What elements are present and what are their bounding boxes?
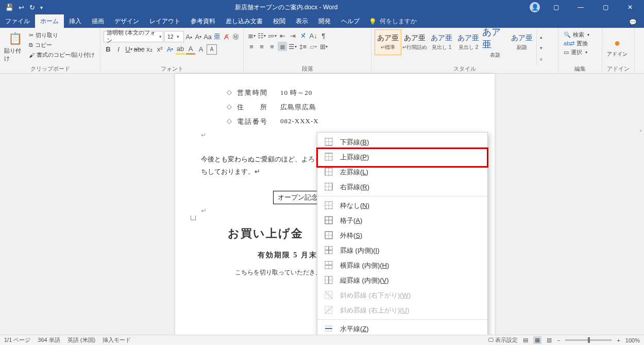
border-menu-hr[interactable]: 水平線(Z) <box>317 321 487 336</box>
tell-me-search[interactable]: 💡 何をしますか <box>369 17 417 28</box>
superscript-button[interactable]: x² <box>155 45 164 54</box>
tab-差し込み文書[interactable]: 差し込み文書 <box>221 14 268 28</box>
change-case-icon[interactable]: Aa <box>204 32 212 41</box>
cut-button[interactable]: ✂切り取り <box>27 31 97 40</box>
paste-button[interactable]: 📋 貼り付け <box>3 29 27 65</box>
line-spacing-icon[interactable]: ‡≡ <box>298 42 308 51</box>
shrink-font-icon[interactable]: A▾ <box>194 32 202 41</box>
show-marks-icon[interactable]: ¶ <box>319 31 328 40</box>
align-center-icon[interactable]: ≡ <box>257 42 266 51</box>
status-insert-mode[interactable]: 挿入モード <box>103 336 131 344</box>
status-language[interactable]: 英語 (米国) <box>67 336 95 344</box>
qat-more-icon[interactable]: ▾ <box>40 5 43 10</box>
border-menu-top[interactable]: 上罫線(P) <box>317 150 487 165</box>
strikethrough-button[interactable]: abc <box>134 45 144 54</box>
tab-参考資料[interactable]: 参考資料 <box>185 14 221 28</box>
sort-icon[interactable]: A↓ <box>309 31 318 40</box>
zoom-in-icon[interactable]: + <box>617 337 620 343</box>
monitor-icon: 🖵 <box>488 337 494 343</box>
collapse-ribbon-icon[interactable]: ˄ <box>639 129 642 135</box>
addin-button[interactable]: ● アドイン <box>605 29 629 65</box>
border-menu-in[interactable]: 罫線 (内側)(I) <box>317 243 487 258</box>
justify-icon[interactable]: ≣ <box>278 42 287 51</box>
border-menu-out[interactable]: 外枠(S) <box>317 228 487 243</box>
tab-挿入[interactable]: 挿入 <box>64 14 87 28</box>
minimize-button[interactable]: — <box>572 0 589 14</box>
zoom-level[interactable]: 100% <box>625 337 640 343</box>
tab-デザイン[interactable]: デザイン <box>109 14 144 28</box>
indent-marker-icon[interactable] <box>191 216 196 220</box>
tab-表示[interactable]: 表示 <box>291 14 313 28</box>
tab-開発[interactable]: 開発 <box>313 14 336 28</box>
border-menu-right[interactable]: 右罫線(R) <box>317 179 487 194</box>
enclose-char-icon[interactable]: ㊙ <box>232 32 240 41</box>
print-layout-icon[interactable]: ▦ <box>533 336 541 344</box>
numbering-icon[interactable]: ☷▾ <box>257 31 266 40</box>
tab-ファイル[interactable]: ファイル <box>0 14 35 28</box>
border-menu-bottom[interactable]: 下罫線(B) <box>317 135 487 150</box>
style-見出し 1[interactable]: あア亜見出し 1 <box>428 29 455 55</box>
text-direction-icon[interactable]: ✕̂ <box>298 31 308 40</box>
user-avatar-icon[interactable]: 👤 <box>530 2 540 12</box>
tab-ホーム[interactable]: ホーム <box>35 14 64 28</box>
style-表題[interactable]: あア亜表題 <box>482 29 509 55</box>
char-shading-icon[interactable]: A <box>196 45 206 54</box>
tab-描画[interactable]: 描画 <box>87 14 109 28</box>
shading-icon[interactable]: ▱▾ <box>309 42 318 51</box>
tab-校閲[interactable]: 校閲 <box>268 14 291 28</box>
zoom-slider[interactable] <box>565 339 612 341</box>
styles-gallery-more[interactable]: ▴▾≡ <box>536 29 545 65</box>
find-button[interactable]: 🔍検索▾ <box>562 30 599 39</box>
underline-button[interactable]: U▾ <box>124 45 133 54</box>
bold-button[interactable]: B <box>104 45 113 54</box>
style-見出し 2[interactable]: あア亜見出し 2 <box>455 29 482 55</box>
web-layout-icon[interactable]: ▥ <box>547 337 552 343</box>
decrease-indent-icon[interactable]: ⇤ <box>278 31 287 40</box>
undo-icon[interactable]: ↩ <box>19 4 24 11</box>
zoom-out-icon[interactable]: − <box>557 337 560 343</box>
text-effects-icon[interactable]: A▾ <box>165 45 175 54</box>
multilevel-icon[interactable]: ≔▾ <box>267 31 277 40</box>
borders-icon[interactable]: ⊞▾ <box>319 42 328 51</box>
char-border-icon[interactable]: A <box>207 44 217 55</box>
read-mode-icon[interactable]: ▤ <box>523 337 528 343</box>
redo-icon[interactable]: ↻ <box>29 4 35 11</box>
display-setting-button[interactable]: 🖵 表示設定 <box>488 336 518 344</box>
share-button[interactable]: 💬 <box>629 19 644 28</box>
copy-button[interactable]: ⧉コピー <box>27 41 97 50</box>
border-menu-inv[interactable]: 縦罫線 (内側)(V) <box>317 273 487 288</box>
border-menu-none[interactable]: 枠なし(N) <box>317 198 487 213</box>
style-↵標準[interactable]: あア亜↵標準 <box>375 29 401 55</box>
font-color-icon[interactable]: A <box>186 44 195 55</box>
zoom-slider-thumb[interactable] <box>588 337 590 343</box>
subscript-button[interactable]: x₂ <box>145 45 154 54</box>
format-painter-button[interactable]: 🖌書式のコピー/貼り付け <box>27 51 97 59</box>
tab-ヘルプ[interactable]: ヘルプ <box>336 14 365 28</box>
font-size-combo[interactable]: 12▾ <box>164 31 184 42</box>
border-menu-left[interactable]: 左罫線(L) <box>317 165 487 179</box>
replace-button[interactable]: ab⇄置換 <box>562 39 599 48</box>
clear-format-icon[interactable]: A̸ <box>223 32 231 41</box>
border-menu-all[interactable]: 格子(A) <box>317 213 487 228</box>
maximize-button[interactable]: ▢ <box>597 0 614 14</box>
phonetic-guide-icon[interactable]: 亜 <box>213 32 221 41</box>
highlight-icon[interactable]: ab <box>176 44 185 55</box>
status-page[interactable]: 1/1 ページ <box>4 336 30 344</box>
grow-font-icon[interactable]: A▴ <box>185 32 193 41</box>
bullets-icon[interactable]: ≣▾ <box>247 31 256 40</box>
font-name-combo[interactable]: 游明朝 (本文のフォン▾ <box>104 31 163 42</box>
save-icon[interactable]: 💾 <box>5 4 13 11</box>
close-button[interactable]: ✕ <box>621 0 639 14</box>
tab-レイアウト[interactable]: レイアウト <box>144 14 185 28</box>
select-button[interactable]: ▭選択▾ <box>562 48 599 57</box>
italic-button[interactable]: I <box>114 45 123 54</box>
distribute-icon[interactable]: ☰▾ <box>288 42 297 51</box>
ribbon-display-options[interactable]: ▢ <box>547 0 565 14</box>
align-left-icon[interactable]: ≡ <box>247 42 256 51</box>
align-right-icon[interactable]: ≡ <box>267 42 277 51</box>
status-word-count[interactable]: 364 単語 <box>38 336 60 344</box>
border-menu-inh[interactable]: 横罫線 (内側)(H) <box>317 258 487 273</box>
style-副題[interactable]: あア亜副題 <box>509 29 535 55</box>
increase-indent-icon[interactable]: ⇥ <box>288 31 297 40</box>
style-↵行間詰め[interactable]: あア亜↵行間詰め <box>401 29 428 55</box>
